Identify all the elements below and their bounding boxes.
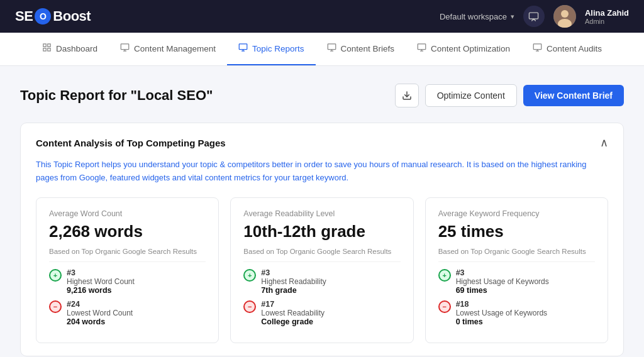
readability-high-rank: #3	[261, 268, 326, 277]
svg-rect-20	[533, 44, 541, 50]
nav-item-content-briefs[interactable]: Content Briefs	[316, 33, 406, 65]
nav-label-topic-reports: Topic Reports	[252, 44, 304, 53]
nav-label-content-audits: Content Audits	[547, 44, 602, 53]
avatar	[553, 5, 576, 28]
nav-item-topic-reports[interactable]: Topic Reports	[227, 33, 316, 65]
card-title: Content Analysis of Top Competing Pages	[36, 138, 226, 148]
readability-low-content: #17 Lowest Readability College grade	[261, 300, 325, 326]
keyword-high-label: Highest Usage of Keywords	[456, 277, 549, 286]
card-description: This Topic Report helps you understand y…	[36, 158, 608, 185]
metric-keyword-label: Average Keyword Frequency	[438, 209, 595, 218]
keyword-low-sub: 0 times	[456, 317, 547, 326]
metric-word-count-low: − #24 Lowest Word Count 204 words	[49, 300, 206, 326]
svg-rect-11	[239, 44, 247, 50]
dashboard-icon	[42, 43, 52, 54]
nav-label-dashboard: Dashboard	[56, 44, 97, 53]
keyword-low-icon: −	[438, 300, 451, 313]
page-header-actions: Optimize Content View Content Brief	[395, 84, 624, 107]
metric-word-count: Average Word Count 2,268 words Based on …	[36, 197, 219, 343]
nav-item-content-management[interactable]: Content Management	[109, 33, 227, 65]
metric-keyword-low: − #18 Lowest Usage of Keywords 0 times	[438, 300, 595, 326]
metric-readability-low: − #17 Lowest Readability College grade	[243, 300, 400, 326]
download-button[interactable]	[395, 84, 419, 107]
user-role: Admin	[585, 18, 629, 25]
metrics-grid: Average Word Count 2,268 words Based on …	[36, 197, 608, 343]
svg-rect-7	[48, 48, 50, 51]
view-content-brief-button[interactable]: View Content Brief	[523, 85, 624, 106]
metric-readability-value: 10th-12th grade	[243, 222, 400, 241]
metric-keyword-frequency: Average Keyword Frequency 25 times Based…	[425, 197, 608, 343]
logo-text-before: SE	[15, 8, 33, 25]
logo-text-after: Boost	[53, 8, 91, 25]
card-header: Content Analysis of Top Competing Pages …	[36, 136, 608, 150]
svg-rect-4	[43, 44, 46, 47]
keyword-low-label: Lowest Usage of Keywords	[456, 309, 547, 317]
high-rank: #3	[67, 268, 135, 277]
svg-rect-6	[43, 48, 46, 51]
svg-rect-0	[530, 13, 538, 19]
nav-item-content-audits[interactable]: Content Audits	[521, 33, 613, 65]
metric-readability-source: Based on Top Organic Google Search Resul…	[243, 248, 400, 255]
svg-rect-5	[48, 44, 50, 47]
workspace-selector[interactable]: Default workspace ▾	[440, 12, 514, 21]
low-rank: #24	[67, 300, 133, 309]
notification-button[interactable]	[523, 6, 545, 27]
workspace-chevron-icon: ▾	[511, 13, 514, 21]
metric-word-count-label: Average Word Count	[49, 209, 206, 218]
keyword-high-icon: +	[438, 269, 451, 282]
metric-keyword-high: + #3 Highest Usage of Keywords 69 times	[438, 268, 595, 295]
readability-low-icon: −	[243, 300, 256, 313]
logo-icon: O	[35, 8, 51, 25]
metric-low-content: #24 Lowest Word Count 204 words	[67, 300, 133, 326]
metric-word-count-high: + #3 Highest Word Count 9,216 words	[49, 268, 206, 295]
nav-item-content-optimization[interactable]: Content Optimization	[406, 33, 521, 65]
content-audits-icon	[533, 43, 542, 54]
svg-rect-17	[418, 44, 426, 50]
high-label: Highest Word Count	[67, 277, 135, 286]
user-info: Alina Zahid Admin	[585, 8, 629, 25]
nav-label-content-optimization: Content Optimization	[431, 44, 510, 53]
user-name: Alina Zahid	[585, 8, 629, 18]
low-icon-red: −	[49, 300, 62, 313]
high-icon-green: +	[49, 269, 62, 282]
svg-point-2	[561, 10, 569, 18]
metric-word-count-value: 2,268 words	[49, 222, 206, 241]
metric-keyword-value: 25 times	[438, 222, 595, 241]
metric-readability-high: + #3 Highest Readability 7th grade	[243, 268, 400, 295]
low-label: Lowest Word Count	[67, 309, 133, 317]
low-sub: 204 words	[67, 317, 133, 326]
keyword-low-rank: #18	[456, 300, 547, 309]
page-title: Topic Report for "Local SEO"	[20, 87, 213, 104]
header-right: Default workspace ▾ Alina Zahid Admin	[440, 5, 629, 28]
nav-label-content-management: Content Management	[134, 44, 216, 53]
nav-item-dashboard[interactable]: Dashboard	[31, 33, 109, 65]
readability-high-label: Highest Readability	[261, 277, 326, 286]
logo: SE O Boost	[15, 8, 91, 25]
readability-high-content: #3 Highest Readability 7th grade	[261, 268, 326, 295]
metric-high-content: #3 Highest Word Count 9,216 words	[67, 268, 135, 295]
readability-low-label: Lowest Readability	[261, 309, 325, 317]
content-optimization-icon	[417, 43, 426, 54]
optimize-content-button[interactable]: Optimize Content	[425, 84, 517, 107]
page-header: Topic Report for "Local SEO" Optimize Co…	[20, 84, 624, 107]
keyword-low-content: #18 Lowest Usage of Keywords 0 times	[456, 300, 547, 326]
metric-keyword-source: Based on Top Organic Google Search Resul…	[438, 248, 595, 255]
keyword-high-rank: #3	[456, 268, 549, 277]
content-management-icon	[120, 43, 130, 54]
readability-high-sub: 7th grade	[261, 286, 326, 295]
topic-reports-icon	[238, 43, 248, 54]
content-briefs-icon	[327, 43, 336, 54]
svg-rect-8	[121, 44, 129, 50]
keyword-high-sub: 69 times	[456, 286, 549, 295]
content-analysis-card: Content Analysis of Top Competing Pages …	[20, 123, 624, 356]
readability-high-icon: +	[243, 269, 256, 282]
high-sub: 9,216 words	[67, 286, 135, 295]
metric-readability: Average Readability Level 10th-12th grad…	[230, 197, 413, 343]
readability-low-rank: #17	[261, 300, 325, 309]
metric-word-count-source: Based on Top Organic Google Search Resul…	[49, 248, 206, 255]
keyword-high-content: #3 Highest Usage of Keywords 69 times	[456, 268, 549, 295]
main-content: Topic Report for "Local SEO" Optimize Co…	[0, 66, 644, 357]
collapse-button[interactable]: ∧	[600, 136, 608, 150]
main-nav: Dashboard Content Management Topic Repor…	[0, 33, 644, 66]
svg-rect-14	[328, 44, 336, 50]
